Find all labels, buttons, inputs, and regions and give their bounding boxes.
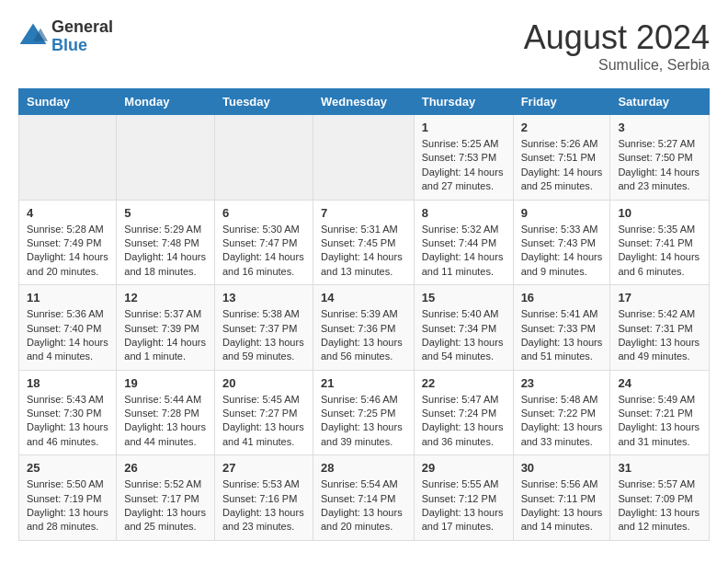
- table-row: 1Sunrise: 5:25 AMSunset: 7:53 PMDaylight…: [414, 115, 513, 201]
- day-number: 17: [618, 291, 701, 304]
- cell-info: Daylight: 13 hours and 51 minutes.: [521, 336, 603, 364]
- cell-info: Sunrise: 5:45 AM: [222, 393, 305, 407]
- day-number: 13: [222, 291, 305, 304]
- cell-info: Daylight: 13 hours and 14 minutes.: [521, 506, 603, 534]
- table-row: 9Sunrise: 5:33 AMSunset: 7:43 PMDaylight…: [513, 200, 610, 285]
- cell-info: Daylight: 14 hours and 6 minutes.: [618, 250, 701, 279]
- day-number: 8: [422, 206, 506, 220]
- header-saturday: Saturday: [610, 89, 710, 115]
- cell-info: Sunrise: 5:35 AM: [618, 223, 701, 236]
- calendar-week-row: 25Sunrise: 5:50 AMSunset: 7:19 PMDayligh…: [19, 455, 710, 541]
- calendar-week-row: 1Sunrise: 5:25 AMSunset: 7:53 PMDaylight…: [19, 115, 710, 201]
- cell-info: Sunset: 7:41 PM: [618, 236, 701, 250]
- header-wednesday: Wednesday: [313, 89, 414, 115]
- cell-info: Sunrise: 5:55 AM: [422, 477, 506, 491]
- cell-info: Sunset: 7:24 PM: [422, 407, 506, 420]
- table-row: 7Sunrise: 5:31 AMSunset: 7:45 PMDaylight…: [313, 200, 414, 285]
- day-number: 6: [222, 206, 305, 220]
- cell-info: Sunset: 7:44 PM: [422, 236, 506, 250]
- cell-info: Daylight: 13 hours and 54 minutes.: [422, 336, 506, 364]
- table-row: 10Sunrise: 5:35 AMSunset: 7:41 PMDayligh…: [610, 200, 710, 285]
- cell-info: Sunrise: 5:49 AM: [618, 393, 701, 407]
- table-row: 26Sunrise: 5:52 AMSunset: 7:17 PMDayligh…: [117, 455, 215, 541]
- table-row: 17Sunrise: 5:42 AMSunset: 7:31 PMDayligh…: [610, 285, 710, 371]
- cell-info: Sunrise: 5:32 AM: [422, 223, 506, 236]
- table-row: 11Sunrise: 5:36 AMSunset: 7:40 PMDayligh…: [19, 285, 117, 371]
- cell-info: Daylight: 13 hours and 17 minutes.: [422, 506, 506, 534]
- table-row: [214, 115, 313, 201]
- cell-info: Sunset: 7:34 PM: [422, 322, 506, 336]
- cell-info: Daylight: 13 hours and 20 minutes.: [321, 506, 406, 534]
- cell-info: Daylight: 14 hours and 18 minutes.: [124, 250, 207, 279]
- cell-info: Sunset: 7:16 PM: [222, 492, 305, 506]
- cell-info: Daylight: 14 hours and 25 minutes.: [521, 166, 603, 194]
- cell-info: Daylight: 13 hours and 59 minutes.: [222, 336, 305, 364]
- table-row: 2Sunrise: 5:26 AMSunset: 7:51 PMDaylight…: [513, 115, 610, 201]
- day-number: 18: [27, 376, 108, 390]
- cell-info: Daylight: 14 hours and 27 minutes.: [422, 166, 506, 194]
- table-row: 3Sunrise: 5:27 AMSunset: 7:50 PMDaylight…: [610, 115, 710, 201]
- table-row: [117, 115, 215, 201]
- title-area: August 2024 Sumulice, Serbia: [524, 18, 710, 74]
- cell-info: Daylight: 13 hours and 33 minutes.: [521, 420, 603, 449]
- day-number: 7: [321, 206, 406, 220]
- calendar-week-row: 11Sunrise: 5:36 AMSunset: 7:40 PMDayligh…: [19, 285, 710, 371]
- header-thursday: Thursday: [414, 89, 513, 115]
- cell-info: Sunrise: 5:56 AM: [521, 477, 603, 491]
- cell-info: Sunset: 7:25 PM: [321, 407, 406, 420]
- day-number: 28: [321, 461, 406, 475]
- table-row: 13Sunrise: 5:38 AMSunset: 7:37 PMDayligh…: [214, 285, 313, 371]
- cell-info: Sunset: 7:48 PM: [124, 236, 207, 250]
- cell-info: Daylight: 14 hours and 1 minute.: [124, 336, 207, 364]
- cell-info: Sunrise: 5:42 AM: [618, 307, 701, 321]
- cell-info: Sunrise: 5:41 AM: [521, 307, 603, 321]
- cell-info: Sunrise: 5:29 AM: [124, 223, 207, 236]
- cell-info: Sunset: 7:45 PM: [321, 236, 406, 250]
- day-number: 24: [618, 376, 701, 390]
- calendar-header-row: Sunday Monday Tuesday Wednesday Thursday…: [19, 89, 710, 115]
- cell-info: Sunset: 7:47 PM: [222, 236, 305, 250]
- cell-info: Sunset: 7:09 PM: [618, 492, 701, 506]
- cell-info: Daylight: 13 hours and 41 minutes.: [222, 420, 305, 449]
- logo-general-text: General: [51, 18, 113, 37]
- calendar-week-row: 18Sunrise: 5:43 AMSunset: 7:30 PMDayligh…: [19, 370, 710, 455]
- day-number: 20: [222, 376, 305, 390]
- cell-info: Sunrise: 5:30 AM: [222, 223, 305, 236]
- day-number: 29: [422, 461, 506, 475]
- table-row: [313, 115, 414, 201]
- table-row: 24Sunrise: 5:49 AMSunset: 7:21 PMDayligh…: [610, 370, 710, 455]
- day-number: 11: [27, 291, 108, 304]
- cell-info: Daylight: 13 hours and 39 minutes.: [321, 420, 406, 449]
- cell-info: Sunrise: 5:54 AM: [321, 477, 406, 491]
- cell-info: Daylight: 13 hours and 31 minutes.: [618, 420, 701, 449]
- cell-info: Daylight: 14 hours and 9 minutes.: [521, 250, 603, 279]
- page-header: General Blue August 2024 Sumulice, Serbi…: [18, 18, 710, 74]
- day-number: 27: [222, 461, 305, 475]
- day-number: 4: [27, 206, 108, 220]
- day-number: 15: [422, 291, 506, 304]
- cell-info: Daylight: 13 hours and 56 minutes.: [321, 336, 406, 364]
- cell-info: Daylight: 13 hours and 12 minutes.: [618, 506, 701, 534]
- cell-info: Sunset: 7:11 PM: [521, 492, 603, 506]
- table-row: 27Sunrise: 5:53 AMSunset: 7:16 PMDayligh…: [214, 455, 313, 541]
- table-row: 16Sunrise: 5:41 AMSunset: 7:33 PMDayligh…: [513, 285, 610, 371]
- cell-info: Sunset: 7:51 PM: [521, 151, 603, 165]
- logo-blue-text: Blue: [51, 37, 113, 55]
- table-row: 12Sunrise: 5:37 AMSunset: 7:39 PMDayligh…: [117, 285, 215, 371]
- cell-info: Sunset: 7:19 PM: [27, 492, 108, 506]
- day-number: 5: [124, 206, 207, 220]
- table-row: 20Sunrise: 5:45 AMSunset: 7:27 PMDayligh…: [214, 370, 313, 455]
- cell-info: Daylight: 14 hours and 20 minutes.: [27, 250, 108, 279]
- table-row: 4Sunrise: 5:28 AMSunset: 7:49 PMDaylight…: [19, 200, 117, 285]
- cell-info: Daylight: 13 hours and 36 minutes.: [422, 420, 506, 449]
- day-number: 16: [521, 291, 603, 304]
- table-row: 21Sunrise: 5:46 AMSunset: 7:25 PMDayligh…: [313, 370, 414, 455]
- cell-info: Sunset: 7:22 PM: [521, 407, 603, 420]
- cell-info: Sunrise: 5:48 AM: [521, 393, 603, 407]
- day-number: 19: [124, 376, 207, 390]
- day-number: 22: [422, 376, 506, 390]
- cell-info: Sunrise: 5:40 AM: [422, 307, 506, 321]
- cell-info: Sunrise: 5:38 AM: [222, 307, 305, 321]
- cell-info: Daylight: 14 hours and 16 minutes.: [222, 250, 305, 279]
- day-number: 2: [521, 121, 603, 134]
